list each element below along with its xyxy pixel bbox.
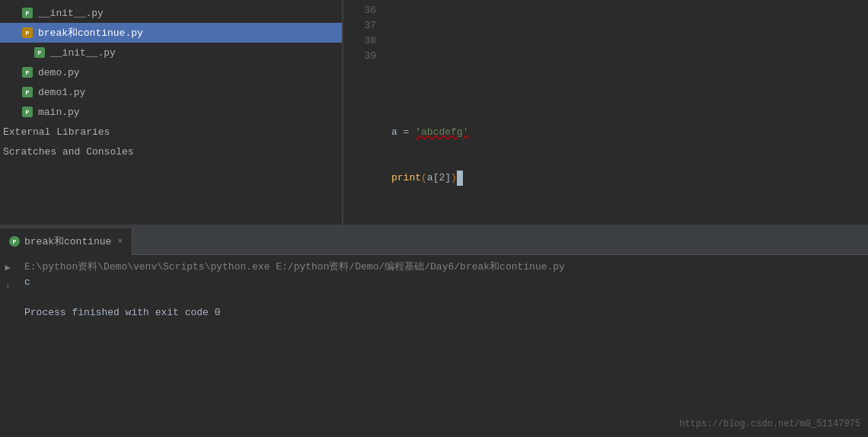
var-a: a [391,125,404,140]
tab-close-button[interactable]: × [117,237,123,246]
terminal-line-empty [24,290,859,305]
terminal-line-exit: Process finished with exit code 0 [24,305,859,321]
py-file-icon: P [21,7,34,19]
py-file-icon5: P [21,106,34,118]
terminal-sidebar: ▶ ↓ [0,255,15,437]
sidebar: P __init__.py P break和continue.py P __in… [0,0,343,225]
tab-python-icon: P [9,236,20,247]
equals-sign: = [404,125,416,140]
terminal-panel: P break和continue × ▶ ↓ E:\python资料\Demo\… [0,228,868,437]
open-bracket: [ [433,171,439,186]
run-icon[interactable]: ▶ [2,261,14,273]
file-item-main[interactable]: P main.py [0,102,342,122]
code-area[interactable]: a = 'abcdefg' print ( a [ 2 ] ) [385,3,868,225]
tab-label: break和continue [24,234,111,248]
external-libraries-section[interactable]: External Libraries [0,122,342,142]
scratches-consoles-label: Scratches and Consoles [3,146,134,158]
py-file-icon3: P [21,66,34,78]
close-bracket: ] [445,171,451,186]
terminal-line-output-c: c [24,275,859,290]
editor-area: 36 37 38 39 a = 'abcdefg' print ( a [ [343,0,868,225]
file-item-demo[interactable]: P demo.py [0,62,342,82]
download-icon[interactable]: ↓ [2,279,14,292]
terminal-wrapper: ▶ ↓ E:\python资料\Demo\venv\Scripts\python… [0,255,868,437]
open-paren: ( [421,171,427,186]
file-item-break-continue[interactable]: P break和continue.py [0,23,342,43]
file-tree: P __init__.py P break和continue.py P __in… [0,0,342,225]
file-item-init2[interactable]: P __init__.py [0,43,342,62]
cursor [457,171,463,186]
terminal-body[interactable]: E:\python资料\Demo\venv\Scripts\python.exe… [15,255,868,437]
code-line-36 [391,33,868,49]
code-line-38: a = 'abcdefg' [391,125,868,140]
index-2: 2 [439,171,445,186]
code-line-37 [391,79,868,94]
terminal-line-command: E:\python资料\Demo\venv\Scripts\python.exe… [24,260,859,275]
watermark: https://blog.csdn.net/m0_51147975 [679,419,860,429]
main-area: P __init__.py P break和continue.py P __in… [0,0,868,225]
editor-content: 36 37 38 39 a = 'abcdefg' print ( a [ [343,0,868,225]
close-paren: ) [451,171,457,186]
file-label4: demo1.py [38,87,85,98]
file-label2: __init__.py [50,47,116,59]
terminal-tabs: P break和continue × [0,228,868,255]
string-value: 'abcdefg' [415,125,468,140]
py-file-icon-yellow: P [21,27,34,39]
external-libraries-label: External Libraries [3,126,110,138]
code-line-39: print ( a [ 2 ] ) [391,171,868,186]
var-a2: a [427,171,433,186]
file-label-selected: break和continue.py [38,26,143,40]
terminal-tab-break-continue[interactable]: P break和continue × [0,228,132,255]
print-function: print [391,171,421,186]
scratches-consoles-section[interactable]: Scratches and Consoles [0,142,342,161]
line-numbers: 36 37 38 39 [343,3,385,225]
file-item-init1[interactable]: P __init__.py [0,3,342,23]
file-label3: demo.py [38,67,80,78]
file-label5: main.py [38,107,80,118]
py-file-icon4: P [21,86,34,98]
py-file-icon2: P [34,46,46,59]
file-label: __init__.py [38,8,104,19]
file-item-demo1[interactable]: P demo1.py [0,82,342,102]
